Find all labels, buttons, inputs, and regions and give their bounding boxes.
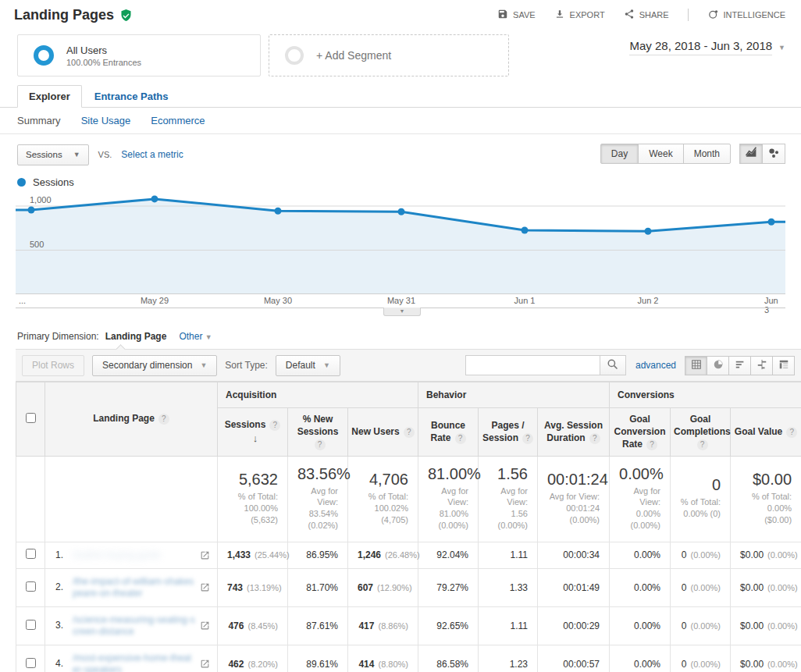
- landing-page-url[interactable]: /leather-buying-guide: [73, 549, 195, 561]
- all-users-segment-card[interactable]: All Users 100.00% Entrances: [17, 34, 261, 76]
- landing-page-url[interactable]: /science-measuring-seating-screen-distan…: [73, 614, 195, 638]
- column-header-new-users[interactable]: New Users?: [348, 408, 418, 457]
- new-users-cell: 607(12.90%): [348, 568, 418, 606]
- data-point[interactable]: [522, 227, 529, 234]
- data-point[interactable]: [28, 207, 35, 214]
- performance-view-button[interactable]: [728, 356, 751, 375]
- help-icon[interactable]: ?: [158, 414, 169, 425]
- column-header-goal-value[interactable]: Goal Value?: [731, 408, 801, 457]
- goal-completions-pct: (0.00%): [691, 660, 721, 669]
- total-subtext: Avg for View: 1.56 (0.00%): [488, 485, 528, 532]
- data-point[interactable]: [275, 208, 282, 215]
- add-segment-card[interactable]: + Add Segment: [269, 34, 509, 76]
- open-in-new-icon[interactable]: [200, 659, 210, 669]
- line-chart-toggle[interactable]: [739, 144, 763, 164]
- help-icon[interactable]: ?: [589, 433, 600, 444]
- help-icon[interactable]: ?: [404, 427, 415, 438]
- sessions-cell: 1,433(25.44%): [218, 542, 288, 568]
- goal-completions-value: 0: [682, 620, 687, 631]
- help-icon[interactable]: ?: [269, 420, 280, 431]
- column-header-bounce-rate[interactable]: Bounce Rate?: [418, 408, 479, 457]
- percentage-view-button[interactable]: [707, 356, 729, 375]
- motion-chart-toggle[interactable]: [762, 144, 785, 164]
- help-icon[interactable]: ?: [315, 439, 326, 450]
- total-subtext: Avg for View: 0.00% (0.00%): [619, 485, 660, 532]
- open-in-new-icon[interactable]: [200, 620, 210, 631]
- column-header-pct-new-sessions[interactable]: % New Sessions?: [288, 408, 348, 457]
- help-icon[interactable]: ?: [697, 439, 708, 450]
- subnav-summary[interactable]: Summary: [17, 115, 61, 126]
- new-users-header-label: New Users: [351, 426, 399, 437]
- data-point[interactable]: [398, 208, 405, 215]
- advanced-search-link[interactable]: advanced: [635, 360, 676, 371]
- secondary-dimension-button[interactable]: Secondary dimension ▼: [92, 355, 217, 376]
- sessions-pct: (13.19%): [247, 583, 282, 592]
- row-checkbox[interactable]: [26, 620, 36, 630]
- select-all-cell: [16, 382, 45, 457]
- export-button[interactable]: EXPORT: [554, 9, 605, 21]
- metric-selector[interactable]: Sessions ▼: [17, 144, 89, 165]
- column-header-avg-session-duration[interactable]: Avg. Session Duration?: [538, 408, 610, 457]
- sessions-chart-svg[interactable]: 1,000500: [16, 193, 785, 294]
- goal-completions-cell: 0(0.00%): [671, 645, 731, 672]
- subnav-ecommerce[interactable]: Ecommerce: [151, 115, 205, 126]
- subnav-site-usage[interactable]: Site Usage: [81, 115, 131, 126]
- verified-shield-icon: [119, 9, 133, 22]
- primary-dimension-landing-page[interactable]: Landing Page: [105, 331, 167, 342]
- help-icon[interactable]: ?: [786, 427, 797, 438]
- timeline-scrubber-handle[interactable]: ▼: [383, 308, 421, 316]
- total-value: 81.00%: [428, 465, 468, 483]
- total-value: 0: [680, 476, 721, 494]
- help-icon[interactable]: ?: [455, 433, 466, 444]
- save-button[interactable]: SAVE: [497, 9, 536, 21]
- plot-rows-button[interactable]: Plot Rows: [22, 355, 84, 376]
- column-header-sessions[interactable]: Sessions?↓: [218, 408, 288, 457]
- add-segment-label: + Add Segment: [316, 49, 391, 62]
- goal-completions-pct: (0.00%): [691, 621, 721, 631]
- open-in-new-icon[interactable]: [200, 582, 210, 592]
- landing-page-header-label: Landing Page: [93, 413, 155, 424]
- column-header-pages-per-session[interactable]: Pages / Session?: [479, 408, 538, 457]
- other-dimension-dropdown[interactable]: Other ▼: [179, 331, 212, 342]
- data-point[interactable]: [645, 228, 652, 235]
- data-view-button[interactable]: [685, 356, 707, 375]
- data-point[interactable]: [768, 219, 775, 226]
- help-icon[interactable]: ?: [646, 439, 657, 450]
- share-button[interactable]: SHARE: [624, 9, 669, 21]
- sessions-cell: 743(13.19%): [218, 568, 288, 606]
- row-checkbox[interactable]: [26, 581, 36, 592]
- row-checkbox[interactable]: [26, 549, 36, 559]
- select-metric-link[interactable]: Select a metric: [121, 149, 183, 160]
- open-in-new-icon[interactable]: [200, 550, 210, 560]
- select-all-checkbox[interactable]: [26, 413, 36, 423]
- avg-session-duration-value: 00:00:57: [563, 659, 600, 670]
- column-header-landing-page[interactable]: Landing Page?: [45, 382, 218, 457]
- landing-page-url[interactable]: /most-expensive-home-theater-speakers: [73, 652, 195, 672]
- tab-entrance-paths[interactable]: Entrance Paths: [82, 86, 181, 107]
- column-header-goal-conversion-rate[interactable]: Goal Conversion Rate?: [610, 408, 671, 457]
- week-button[interactable]: Week: [638, 144, 683, 164]
- search-button[interactable]: [600, 355, 626, 375]
- total-value: 0.00%: [619, 465, 660, 483]
- row-checkbox[interactable]: [26, 658, 36, 668]
- sort-type-dropdown[interactable]: Default ▼: [276, 355, 340, 376]
- month-button[interactable]: Month: [683, 144, 731, 164]
- comparison-view-button[interactable]: [750, 356, 773, 375]
- help-icon[interactable]: ?: [522, 433, 533, 444]
- goal-value-cell: $0.00(0.00%): [731, 645, 801, 672]
- other-dimension-label: Other: [179, 331, 202, 342]
- day-button[interactable]: Day: [600, 144, 639, 164]
- tab-explorer[interactable]: Explorer: [17, 85, 82, 108]
- segment-name: All Users: [66, 44, 141, 56]
- table-view-switcher: [685, 356, 795, 375]
- data-point[interactable]: [151, 195, 158, 202]
- date-range-selector[interactable]: May 28, 2018 - Jun 3, 2018 ▼: [629, 39, 785, 55]
- landing-page-url[interactable]: /the-impact-of-william-shakespeare-on-th…: [73, 576, 195, 599]
- table-body: 5,632% of Total: 100.00% (5,632) 83.56%A…: [16, 456, 801, 672]
- intelligence-button[interactable]: INTELLIGENCE: [707, 9, 785, 22]
- column-header-goal-completions[interactable]: Goal Completions?: [671, 408, 731, 457]
- totals-bounce-rate: 81.00%Avg for View: 81.00% (0.00%): [418, 456, 479, 542]
- pivot-view-button[interactable]: [772, 356, 795, 375]
- goal-value-pct: (0.00%): [767, 621, 798, 631]
- table-search-input[interactable]: [465, 355, 600, 375]
